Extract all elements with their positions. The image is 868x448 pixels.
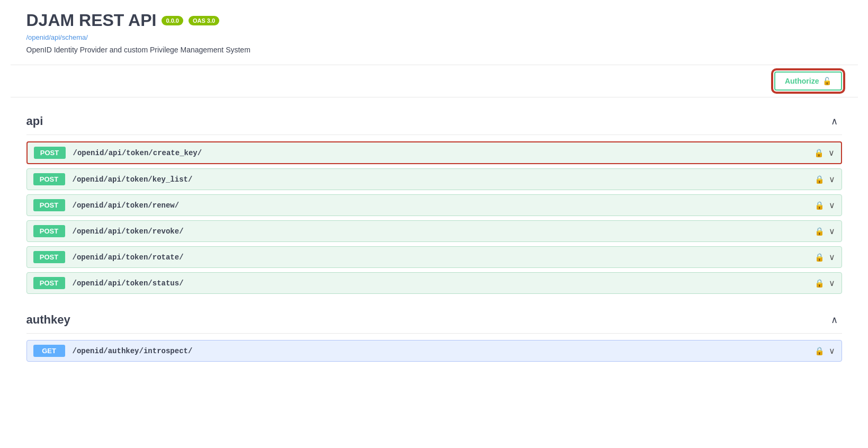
endpoint-actions: 🔒∨ bbox=[815, 346, 835, 356]
endpoint-row[interactable]: POST/openid/api/token/key_list/🔒∨ bbox=[26, 168, 842, 190]
lock-icon: 🔒 bbox=[814, 148, 824, 158]
chevron-down-icon[interactable]: ∨ bbox=[829, 174, 835, 184]
section-collapse-api[interactable]: ∧ bbox=[827, 113, 842, 129]
authorize-button[interactable]: Authorize 🔓 bbox=[774, 71, 842, 91]
endpoint-path: /openid/api/token/rotate/ bbox=[73, 253, 815, 262]
version-badge: 0.0.0 bbox=[162, 16, 183, 25]
section-header-api: api∧ bbox=[26, 108, 842, 135]
endpoint-row[interactable]: GET/openid/authkey/introspect/🔒∨ bbox=[26, 340, 842, 362]
lock-icon: 🔒 bbox=[815, 346, 825, 356]
authorize-lock-icon: 🔓 bbox=[822, 77, 831, 85]
method-badge-post: POST bbox=[33, 173, 65, 185]
lock-icon: 🔒 bbox=[815, 227, 825, 236]
method-badge-post: POST bbox=[34, 147, 66, 159]
method-badge-post: POST bbox=[33, 277, 65, 289]
endpoint-actions: 🔒∨ bbox=[815, 278, 835, 288]
lock-icon: 🔒 bbox=[815, 253, 825, 262]
method-badge-post: POST bbox=[33, 225, 65, 237]
endpoint-path: /openid/api/token/create_key/ bbox=[73, 149, 814, 157]
endpoint-path: /openid/api/token/renew/ bbox=[73, 201, 815, 210]
method-badge-post: POST bbox=[33, 251, 65, 263]
api-title: DJAM REST API bbox=[26, 11, 157, 30]
endpoint-row[interactable]: POST/openid/api/token/rotate/🔒∨ bbox=[26, 246, 842, 268]
section-header-authkey: authkey∧ bbox=[26, 307, 842, 334]
authorize-label: Authorize bbox=[785, 77, 819, 85]
authorize-bar: Authorize 🔓 bbox=[11, 65, 858, 97]
section-title-api: api bbox=[26, 114, 43, 128]
lock-icon: 🔒 bbox=[815, 201, 825, 210]
chevron-down-icon[interactable]: ∨ bbox=[829, 200, 835, 210]
endpoint-actions: 🔒∨ bbox=[814, 148, 835, 158]
chevron-down-icon[interactable]: ∨ bbox=[829, 346, 835, 356]
endpoint-path: /openid/api/token/revoke/ bbox=[73, 227, 815, 236]
endpoint-actions: 🔒∨ bbox=[815, 226, 835, 236]
api-description: OpenID Identity Provider and custom Priv… bbox=[26, 46, 842, 54]
header-section: DJAM REST API 0.0.0 OAS 3.0 /openid/api/… bbox=[11, 0, 858, 65]
endpoint-row[interactable]: POST/openid/api/token/create_key/🔒∨ bbox=[26, 141, 842, 164]
title-row: DJAM REST API 0.0.0 OAS 3.0 bbox=[26, 11, 842, 30]
section-authkey: authkey∧GET/openid/authkey/introspect/🔒∨ bbox=[26, 307, 842, 362]
endpoint-row[interactable]: POST/openid/api/token/status/🔒∨ bbox=[26, 272, 842, 294]
endpoint-row[interactable]: POST/openid/api/token/renew/🔒∨ bbox=[26, 194, 842, 216]
endpoint-path: /openid/authkey/introspect/ bbox=[73, 347, 815, 355]
api-sections: api∧POST/openid/api/token/create_key/🔒∨P… bbox=[11, 97, 858, 385]
oas-badge: OAS 3.0 bbox=[189, 16, 219, 25]
chevron-down-icon[interactable]: ∨ bbox=[829, 226, 835, 236]
endpoint-actions: 🔒∨ bbox=[815, 200, 835, 210]
schema-link[interactable]: /openid/api/schema/ bbox=[26, 33, 842, 41]
section-collapse-authkey[interactable]: ∧ bbox=[827, 312, 842, 328]
endpoint-actions: 🔒∨ bbox=[815, 252, 835, 262]
lock-icon: 🔒 bbox=[815, 175, 825, 184]
chevron-down-icon[interactable]: ∨ bbox=[829, 252, 835, 262]
method-badge-post: POST bbox=[33, 199, 65, 211]
chevron-down-icon[interactable]: ∨ bbox=[828, 148, 835, 158]
lock-icon: 🔒 bbox=[815, 279, 825, 288]
method-badge-get: GET bbox=[33, 345, 65, 357]
endpoint-row[interactable]: POST/openid/api/token/revoke/🔒∨ bbox=[26, 220, 842, 242]
page-wrapper: DJAM REST API 0.0.0 OAS 3.0 /openid/api/… bbox=[11, 0, 858, 385]
endpoint-path: /openid/api/token/status/ bbox=[73, 279, 815, 288]
endpoint-actions: 🔒∨ bbox=[815, 174, 835, 184]
section-title-authkey: authkey bbox=[26, 313, 70, 327]
section-api: api∧POST/openid/api/token/create_key/🔒∨P… bbox=[26, 108, 842, 294]
endpoint-path: /openid/api/token/key_list/ bbox=[73, 175, 815, 184]
chevron-down-icon[interactable]: ∨ bbox=[829, 278, 835, 288]
